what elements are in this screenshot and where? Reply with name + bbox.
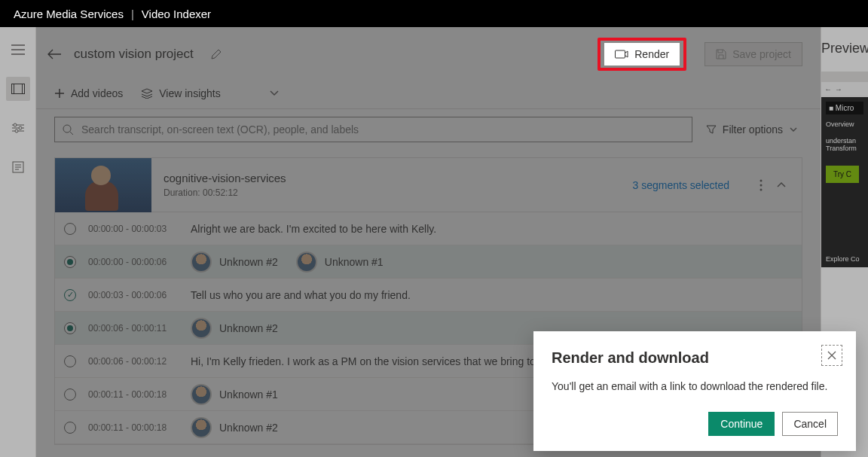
try-button[interactable]: Try C [826, 166, 859, 183]
row-time: 00:00:06 - 00:00:12 [88, 356, 179, 367]
row-content: Unknown #2Unknown #1 [191, 251, 793, 273]
left-rail [0, 27, 36, 457]
svg-rect-1 [11, 84, 14, 94]
transcript-row[interactable]: 00:00:00 - 00:00:03Alright we are back. … [55, 212, 802, 245]
video-thumbnail[interactable] [55, 158, 151, 212]
render-button[interactable]: Render [604, 42, 680, 66]
menu-icon[interactable] [6, 38, 30, 62]
filter-icon [706, 124, 717, 135]
row-selector[interactable] [64, 289, 76, 301]
filter-settings-icon[interactable] [6, 116, 30, 140]
render-highlight: Render [598, 38, 686, 71]
speaker-name: Unknown #2 [219, 422, 278, 434]
nav-fwd-icon: → [835, 85, 842, 93]
speaker-name: Unknown #2 [219, 256, 278, 268]
video-library-icon[interactable] [6, 77, 30, 101]
speaker-name: Unknown #1 [219, 388, 278, 401]
row-time: 00:00:11 - 00:00:18 [88, 389, 179, 400]
row-selector[interactable] [64, 422, 76, 434]
search-input[interactable] [81, 123, 684, 136]
add-videos-button[interactable]: Add videos [54, 87, 123, 99]
chevron-up-icon[interactable] [776, 181, 787, 189]
preview-title: Preview [821, 41, 868, 56]
topbar: Azure Media Services | Video Indexer [0, 0, 868, 27]
row-time: 00:00:00 - 00:00:03 [88, 224, 179, 234]
svg-point-5 [15, 129, 18, 133]
back-arrow-icon[interactable] [45, 45, 63, 63]
row-selector[interactable] [64, 355, 76, 367]
speaker-avatar[interactable] [191, 384, 212, 405]
render-icon [615, 49, 628, 59]
separator: | [131, 8, 134, 20]
brand: Azure Media Services [14, 8, 124, 20]
svg-rect-7 [616, 50, 625, 58]
svg-point-11 [760, 188, 763, 190]
continue-button[interactable]: Continue [708, 412, 775, 436]
chevron-down-icon[interactable] [269, 90, 280, 97]
layers-icon [141, 88, 153, 99]
row-time: 00:00:03 - 00:00:06 [88, 290, 179, 300]
speaker-avatar[interactable] [191, 417, 212, 438]
video-duration: Duration: 00:52:12 [164, 187, 621, 198]
cancel-button[interactable]: Cancel [782, 412, 838, 436]
modal-title: Render and download [552, 349, 838, 367]
search-icon [63, 124, 74, 136]
render-download-modal: Render and download You'll get an email … [533, 331, 856, 451]
row-time: 00:00:00 - 00:00:06 [88, 257, 179, 267]
toolbar-row: Add videos View insights [36, 81, 821, 109]
search-box[interactable] [54, 117, 692, 142]
edit-icon[interactable] [210, 49, 222, 60]
row-selector[interactable] [64, 322, 76, 334]
close-icon[interactable] [821, 345, 842, 366]
row-content: Tell us who you are and what you do my f… [191, 289, 793, 301]
row-time: 00:00:06 - 00:00:11 [88, 323, 179, 334]
search-row: Filter options [36, 109, 821, 150]
video-header: cognitive-vision-services Duration: 00:5… [55, 158, 802, 212]
transcript-text: Tell us who you are and what you do my f… [191, 289, 411, 301]
speaker-avatar[interactable] [296, 251, 317, 273]
chevron-down-icon [789, 126, 798, 133]
svg-point-9 [760, 179, 763, 181]
speaker-avatar[interactable] [191, 251, 212, 273]
segments-selected: 3 segments selected [633, 179, 760, 191]
nav-back-icon: ← [824, 85, 832, 93]
svg-point-3 [14, 123, 17, 126]
row-time: 00:00:11 - 00:00:18 [88, 422, 179, 433]
video-title: cognitive-vision-services [164, 172, 621, 184]
filter-options-button[interactable]: Filter options [701, 123, 802, 136]
transcript-row[interactable]: 00:00:03 - 00:00:06Tell us who you are a… [55, 279, 802, 312]
save-icon [716, 49, 726, 59]
row-content: Alright we are back. I'm excited to be h… [191, 223, 793, 235]
svg-rect-2 [22, 84, 24, 94]
row-selector[interactable] [64, 256, 76, 268]
modal-body: You'll get an email with a link to downl… [552, 380, 838, 392]
view-insights-button[interactable]: View insights [141, 87, 220, 99]
row-selector[interactable] [64, 388, 76, 401]
svg-point-8 [63, 125, 71, 133]
speaker-name: Unknown #1 [325, 256, 384, 268]
header-row: custom vision project Render Save projec… [36, 27, 821, 81]
insights-icon[interactable] [6, 155, 30, 179]
project-title: custom vision project [74, 47, 194, 62]
speaker-avatar[interactable] [191, 318, 212, 339]
transcript-row[interactable]: 00:00:00 - 00:00:06Unknown #2Unknown #1 [55, 245, 802, 279]
svg-point-4 [19, 126, 22, 129]
save-project-button: Save project [704, 42, 802, 66]
section: Video Indexer [142, 8, 211, 20]
row-selector[interactable] [64, 223, 76, 235]
svg-point-10 [760, 184, 763, 186]
preview-browser: ← → ■ Micro Overview understan Transform… [821, 72, 868, 267]
plus-icon [54, 88, 65, 99]
more-icon[interactable] [760, 179, 763, 191]
speaker-name: Unknown #2 [219, 322, 278, 334]
transcript-text: Alright we are back. I'm excited to be h… [191, 223, 436, 235]
